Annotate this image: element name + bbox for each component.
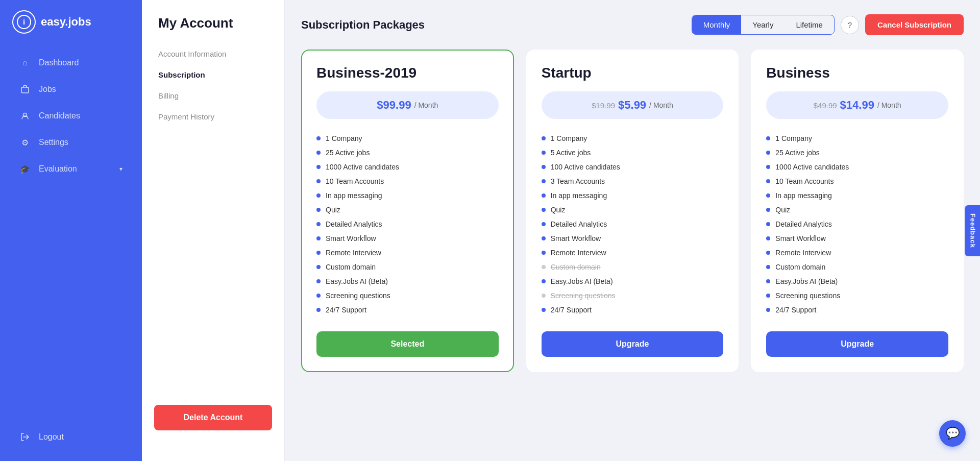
feature-item: Easy.Jobs AI (Beta) — [542, 274, 724, 288]
sidebar-item-dashboard[interactable]: ⌂ Dashboard — [5, 50, 137, 76]
feature-item: 1000 Active candidates — [766, 160, 948, 174]
feature-label: Screening questions — [326, 292, 390, 300]
feature-dot — [542, 279, 546, 283]
feature-item: Custom domain — [316, 260, 499, 274]
feature-item: 24/7 Support — [316, 303, 499, 317]
sidebar-item-evaluation[interactable]: 🎓 Evaluation ▾ — [5, 156, 137, 182]
yearly-toggle[interactable]: Yearly — [741, 15, 785, 34]
sidebar-item-settings[interactable]: ⚙ Settings — [5, 130, 137, 155]
feedback-tab[interactable]: Feedback — [965, 205, 980, 256]
feature-item: Detailed Analytics — [316, 217, 499, 231]
candidates-icon — [19, 110, 31, 122]
feature-item: Quiz — [542, 203, 724, 217]
feature-dot — [766, 208, 770, 212]
feature-label: Screening questions — [551, 292, 616, 300]
feature-dot — [542, 136, 546, 140]
feature-label: 24/7 Support — [326, 306, 366, 314]
menu-subscription[interactable]: Subscription — [142, 64, 284, 85]
feature-label: Remote Interview — [775, 249, 831, 257]
feature-dot — [542, 193, 546, 198]
feature-label: 10 Team Accounts — [326, 177, 384, 185]
price-current: $5.99 — [618, 99, 646, 112]
feature-dot — [316, 193, 321, 198]
help-button[interactable]: ? — [841, 16, 859, 34]
feature-item: Easy.Jobs AI (Beta) — [766, 274, 948, 288]
billing-toggle: Monthly Yearly Lifetime — [692, 15, 835, 35]
feature-label: Detailed Analytics — [551, 220, 607, 228]
sidebar-item-jobs[interactable]: Jobs — [5, 77, 137, 102]
chat-button[interactable]: 💬 — [939, 420, 966, 447]
menu-account-info[interactable]: Account Information — [142, 43, 284, 64]
feature-item: Detailed Analytics — [766, 217, 948, 231]
header-actions: Monthly Yearly Lifetime ? Cancel Subscri… — [692, 14, 964, 35]
feature-dot — [542, 222, 546, 226]
feature-item: Custom domain — [542, 260, 724, 274]
feature-dot — [316, 308, 321, 312]
feature-label: Remote Interview — [551, 249, 606, 257]
plan-card-business-2019: Business-2019 $99.99 / Month 1 Company 2… — [301, 50, 514, 372]
feature-item: Quiz — [766, 203, 948, 217]
chevron-down-icon: ▾ — [119, 165, 122, 173]
feature-item: 1 Company — [316, 131, 499, 145]
feature-item: 1 Company — [766, 131, 948, 145]
feature-dot — [316, 236, 321, 240]
feature-dot — [316, 165, 321, 169]
feature-item: 25 Active jobs — [316, 145, 499, 160]
feature-label: 1 Company — [326, 134, 362, 142]
feature-dot — [542, 294, 546, 298]
price-original: $49.99 — [814, 101, 837, 110]
plan-action-button[interactable]: Upgrade — [766, 331, 948, 357]
sidebar-item-candidates[interactable]: Candidates — [5, 103, 137, 129]
feature-item: 24/7 Support — [766, 303, 948, 317]
menu-payment-history[interactable]: Payment History — [142, 106, 284, 127]
feature-item: 10 Team Accounts — [766, 174, 948, 188]
lifetime-toggle[interactable]: Lifetime — [785, 15, 834, 34]
feature-item: Smart Workflow — [766, 231, 948, 246]
feature-dot — [542, 251, 546, 255]
feature-label: 1000 Active candidates — [775, 163, 849, 171]
feature-dot — [542, 236, 546, 240]
feature-item: 25 Active jobs — [766, 145, 948, 160]
price-badge: $19.99 $5.99 / Month — [542, 91, 724, 119]
logo[interactable]: i easy.jobs — [0, 0, 142, 44]
feature-dot — [542, 151, 546, 155]
price-badge: $99.99 / Month — [316, 91, 499, 119]
feature-item: Easy.Jobs AI (Beta) — [316, 274, 499, 288]
evaluation-icon: 🎓 — [19, 163, 31, 175]
plan-action-button[interactable]: Upgrade — [542, 331, 724, 357]
feature-label: Quiz — [326, 206, 340, 214]
feature-label: 1 Company — [775, 134, 812, 142]
plan-card-business: Business $49.99 $14.99 / Month 1 Company… — [751, 50, 964, 372]
feature-item: Detailed Analytics — [542, 217, 724, 231]
feature-item: 100 Active candidates — [542, 160, 724, 174]
feature-item: In app messaging — [766, 188, 948, 203]
feature-item: Remote Interview — [542, 246, 724, 260]
page-title: Subscription Packages — [301, 18, 425, 32]
sidebar-item-label: Evaluation — [39, 164, 77, 174]
monthly-toggle[interactable]: Monthly — [692, 15, 742, 34]
feature-label: Detailed Analytics — [775, 220, 832, 228]
feature-dot — [316, 294, 321, 298]
plan-name: Startup — [542, 65, 724, 81]
feature-label: 24/7 Support — [551, 306, 592, 314]
feature-label: 3 Team Accounts — [551, 177, 605, 185]
feature-label: Smart Workflow — [775, 234, 826, 242]
feature-item: Smart Workflow — [316, 231, 499, 246]
logo-icon: i — [12, 10, 36, 34]
svg-rect-2 — [21, 87, 29, 93]
feature-dot — [316, 279, 321, 283]
delete-account-button[interactable]: Delete Account — [154, 405, 272, 430]
feature-dot — [766, 294, 770, 298]
feature-dot — [766, 265, 770, 269]
sidebar: i easy.jobs ⌂ Dashboard Jobs Candidates … — [0, 0, 142, 461]
feature-dot — [542, 308, 546, 312]
logout-button[interactable]: Logout — [5, 423, 137, 451]
features-list: 1 Company 5 Active jobs 100 Active candi… — [542, 131, 724, 317]
cancel-subscription-button[interactable]: Cancel Subscription — [865, 14, 964, 35]
plan-action-button[interactable]: Selected — [316, 331, 499, 357]
feature-dot — [316, 222, 321, 226]
menu-billing[interactable]: Billing — [142, 85, 284, 106]
feature-dot — [542, 208, 546, 212]
feature-item: 10 Team Accounts — [316, 174, 499, 188]
plan-name: Business — [766, 65, 948, 81]
